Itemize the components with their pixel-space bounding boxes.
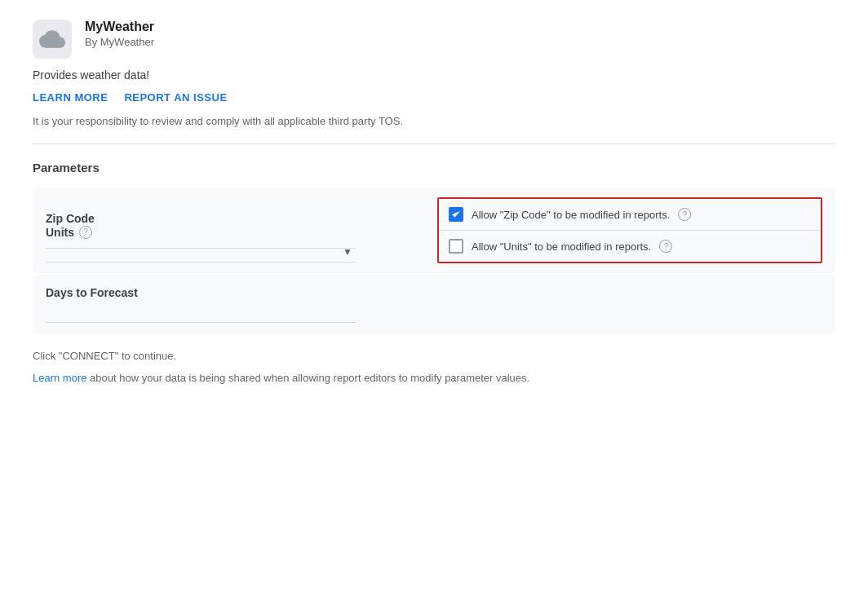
zip-code-label: Zip Code (46, 212, 95, 225)
report-issue-link[interactable]: REPORT AN ISSUE (124, 91, 227, 104)
sharing-text: about how your data is being shared when… (86, 372, 529, 384)
zip-allow-modify-help-icon[interactable]: ? (678, 208, 691, 221)
app-info: MyWeather By MyWeather (85, 20, 154, 48)
days-input[interactable] (46, 302, 356, 323)
units-input-wrapper: ▼ (46, 242, 356, 263)
days-left: Days to Forecast (46, 286, 421, 323)
app-name: MyWeather (85, 20, 154, 34)
units-allow-modify-label: Allow "Units" to be modified in reports. (472, 241, 651, 253)
cloud-icon (39, 26, 65, 52)
days-label: Days to Forecast (46, 286, 138, 299)
zip-allow-modify-row: Allow "Zip Code" to be modified in repor… (439, 199, 821, 230)
app-header: MyWeather By MyWeather (33, 20, 835, 59)
learn-more-link[interactable]: LEARN MORE (33, 91, 108, 104)
zip-units-highlight-box: Allow "Zip Code" to be modified in repor… (437, 197, 822, 263)
checkmark-icon (451, 210, 461, 219)
units-checkbox[interactable] (449, 239, 463, 254)
units-allow-modify-help-icon[interactable]: ? (659, 240, 672, 253)
app-links: LEARN MORE REPORT AN ISSUE (33, 91, 835, 104)
zip-allow-modify-label: Allow "Zip Code" to be modified in repor… (472, 209, 670, 221)
parameters-title: Parameters (33, 161, 835, 174)
parameters-section: Parameters Zip Code (33, 161, 835, 333)
days-to-forecast-row: Days to Forecast (33, 275, 835, 333)
tos-text: It is your responsibility to review and … (33, 115, 835, 127)
app-description: Provides weather data! (33, 68, 835, 82)
units-allow-modify-row: Allow "Units" to be modified in reports.… (439, 230, 821, 262)
days-input-wrapper (46, 302, 356, 323)
inline-learn-more-link[interactable]: Learn more (33, 372, 86, 384)
section-divider (33, 143, 835, 144)
app-icon (33, 20, 72, 59)
footer: Click "CONNECT" to continue. Learn more … (33, 350, 835, 384)
click-connect-text: Click "CONNECT" to continue. (33, 350, 835, 362)
zip-code-right: Allow "Zip Code" to be modified in repor… (421, 197, 822, 263)
sharing-info: Learn more about how your data is being … (33, 372, 835, 384)
units-input[interactable] (46, 242, 356, 263)
zip-code-checkbox[interactable] (449, 207, 463, 222)
app-author: By MyWeather (85, 36, 154, 48)
